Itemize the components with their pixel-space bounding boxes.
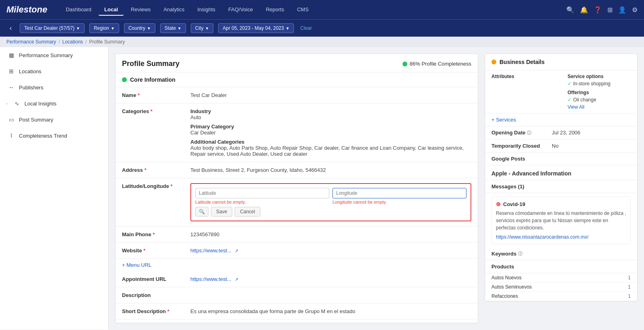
nav-analytics[interactable]: Analytics	[158, 4, 190, 16]
nav-icons: 🔍 🔔 ❓ ⊞ 👤 ⚙	[566, 6, 638, 14]
latlng-actions: 🔍 Save Cancel	[195, 207, 466, 217]
extra-info-table: Appointment URL https://www.test... ↗ De…	[116, 271, 478, 320]
sidebar-item-completeness-trend[interactable]: ⌇ Completeness Trend	[0, 128, 108, 144]
table-row: Name * Test Car Dealer	[116, 87, 478, 103]
services-link[interactable]: + Services	[485, 113, 637, 126]
covid-link[interactable]: https://www.nissanlazarocardenas.com.mx/	[496, 234, 588, 240]
business-details-dot	[491, 60, 496, 64]
categories-required-star: *	[151, 108, 153, 114]
clear-filter-link[interactable]: Clear	[300, 25, 312, 31]
latlng-required-star: *	[171, 183, 173, 189]
in-store-label: In-store shopping	[573, 81, 611, 87]
region-filter[interactable]: Region ▼	[89, 23, 119, 33]
business-details-label: Business Details	[500, 59, 545, 65]
post-summary-icon: ▭	[8, 116, 15, 123]
sidebar-item-local-insights[interactable]: › ∿ Local Insights	[0, 95, 108, 111]
performance-summary-icon: ▦	[8, 52, 15, 58]
logo: Milestone	[6, 4, 47, 15]
sidebar-item-completeness-label: Completeness Trend	[19, 133, 67, 139]
latitude-input-wrap: Latitude cannot be empty.	[195, 188, 329, 204]
required-star: *	[138, 92, 140, 98]
opening-date-row: Opening Date ⓘ Jul 23, 2006	[485, 126, 637, 140]
keywords-info-icon: ⓘ	[518, 251, 522, 257]
sidebar-item-performance-summary[interactable]: ▦ Performance Summary	[0, 47, 108, 63]
sidebar-item-locations[interactable]: ⊞ Locations	[0, 63, 108, 79]
nav-faqvoice[interactable]: FAQ/Voice	[223, 4, 258, 16]
longitude-input[interactable]	[332, 188, 466, 198]
temp-closed-value: No	[552, 143, 559, 149]
categories-value: Industry Auto Primary Category Car Deale…	[184, 103, 478, 162]
sidebar-item-publishers[interactable]: ↔ Publishers	[0, 79, 108, 95]
temp-closed-label: Temporarily Closed	[491, 143, 552, 149]
table-row: Description	[116, 287, 478, 303]
latitude-input[interactable]	[195, 188, 329, 198]
table-row: Latitude/Longitude * Latitude cannot be …	[116, 178, 478, 227]
nav-reviews[interactable]: Reviews	[125, 4, 156, 16]
latlng-label: Latitude/Longitude *	[116, 178, 184, 227]
breadcrumb-locations[interactable]: Locations	[62, 39, 83, 45]
collapse-button[interactable]: ‹	[6, 23, 15, 33]
user-icon[interactable]: 👤	[618, 6, 626, 14]
appointment-link[interactable]: https://www.test...	[190, 276, 231, 282]
nav-dashboard[interactable]: Dashboard	[60, 4, 97, 16]
city-filter[interactable]: City ▼	[191, 23, 214, 33]
settings-icon[interactable]: ⚙	[632, 6, 638, 14]
table-row: Categories * Industry Auto Primary Categ…	[116, 103, 478, 162]
covid-title-text: Covid-19	[503, 201, 525, 207]
bell-icon[interactable]: 🔔	[580, 6, 588, 14]
menu-url-link[interactable]: + Menu URL	[116, 259, 478, 271]
product-name: Autos Seminuevos	[491, 284, 532, 290]
sidebar-item-local-insights-label: Local Insights	[25, 101, 57, 107]
nav-local[interactable]: Local	[99, 4, 124, 16]
save-button[interactable]: Save	[211, 207, 232, 217]
publishers-icon: ↔	[8, 84, 15, 91]
card-header: Profile Summary 86% Profile Completeness	[116, 54, 478, 72]
location-filter[interactable]: Test Car Dealer (57/57) ▼	[20, 23, 85, 33]
state-filter[interactable]: State ▼	[160, 23, 186, 33]
breadcrumb-sep-2: /	[85, 39, 87, 45]
products-label: Products	[485, 260, 637, 273]
sidebar: ▦ Performance Summary ⊞ Locations ↔ Publ…	[0, 47, 109, 330]
search-icon[interactable]: 🔍	[566, 6, 574, 14]
country-arrow-icon: ▼	[147, 26, 151, 31]
search-button[interactable]: 🔍	[195, 207, 208, 217]
opening-date-value: Jul 23, 2006	[552, 130, 580, 136]
external-link-icon[interactable]: ↗	[235, 248, 238, 253]
address-label: Address *	[116, 162, 184, 178]
cancel-button[interactable]: Cancel	[235, 207, 260, 217]
core-info-label: Core Information	[130, 76, 175, 83]
check-icon: ✓	[568, 81, 572, 87]
website-link[interactable]: https://www.test...	[190, 248, 231, 254]
business-details-card: Business Details Attributes Service opti…	[485, 54, 638, 301]
appt-external-link-icon[interactable]: ↗	[235, 277, 238, 282]
date-range-filter[interactable]: Apr 05, 2023 - May 04, 2023 ▼	[218, 23, 294, 33]
state-arrow-icon: ▼	[178, 26, 182, 31]
business-details-header: Business Details	[485, 54, 637, 70]
google-posts-label: Google Posts	[491, 156, 552, 162]
additional-cat-label: Additional Categories	[190, 139, 244, 145]
table-row: Website * https://www.test... ↗	[116, 243, 478, 259]
table-row: Main Phone * 1234567890	[116, 227, 478, 243]
attributes-label: Attributes	[491, 74, 555, 79]
country-filter[interactable]: Country ▼	[124, 23, 155, 33]
nav-cms[interactable]: CMS	[291, 4, 314, 16]
sidebar-item-post-summary[interactable]: ▭ Post Summary	[0, 111, 108, 128]
city-arrow-icon: ▼	[205, 26, 209, 31]
categories-label: Categories *	[116, 103, 184, 162]
filter-bar: ‹ Test Car Dealer (57/57) ▼ Region ▼ Cou…	[0, 19, 644, 37]
nav-reports[interactable]: Reports	[260, 4, 290, 16]
oil-change-label: Oil change	[573, 97, 596, 103]
phone-label: Main Phone *	[116, 227, 184, 243]
apps-icon[interactable]: ⊞	[607, 6, 613, 14]
breadcrumb-performance[interactable]: Performance Summary	[6, 39, 56, 45]
help-icon[interactable]: ❓	[594, 6, 602, 14]
product-name: Autos Nuevos	[491, 275, 522, 280]
breadcrumb-sep-1: /	[58, 39, 60, 45]
nav-insights[interactable]: Insights	[192, 4, 221, 16]
locations-icon: ⊞	[8, 68, 15, 74]
local-insights-icon: ∿	[13, 100, 21, 107]
completeness-dot	[402, 62, 407, 66]
core-info-table: Name * Test Car Dealer Categories * Indu…	[116, 87, 478, 259]
nav-links: Dashboard Local Reviews Analytics Insigh…	[60, 4, 566, 16]
view-all-link[interactable]: View All	[568, 104, 631, 110]
